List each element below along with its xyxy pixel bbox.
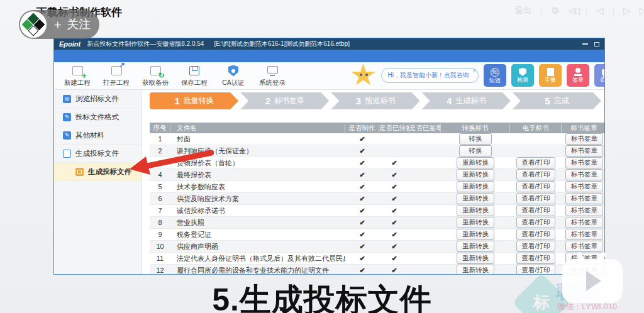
made-check-icon: ✔: [345, 171, 379, 179]
sign-button[interactable]: 标书签章: [565, 205, 603, 216]
col-no: 序号: [150, 124, 170, 133]
browse-doc-icon: [63, 95, 71, 103]
sign-button[interactable]: 标书签章: [565, 241, 603, 252]
restore-icon[interactable]: [594, 42, 599, 47]
seal-icon: [574, 68, 582, 76]
new-project-icon: [72, 66, 83, 75]
convert-button[interactable]: 重新转换: [457, 229, 494, 240]
view-print-button[interactable]: 查看/打印: [516, 205, 556, 216]
made-check-icon: ✔: [345, 135, 379, 143]
consult-icon: [602, 69, 606, 75]
wizard-step[interactable]: 4 生成标书: [422, 92, 511, 109]
close-icon[interactable]: ×: [472, 67, 476, 74]
sign-button[interactable]: 标书签章: [565, 217, 603, 228]
assistant-bubble[interactable]: Hi，我是智能小新！点我咨询 ×: [381, 68, 479, 83]
play-triangle-icon: [586, 271, 601, 291]
quick-button[interactable]: 咨询: [594, 64, 605, 87]
convert-button[interactable]: 重新转换: [457, 253, 494, 264]
quick-button[interactable]: 签章: [567, 64, 589, 87]
converted-check-icon: ✔: [379, 183, 409, 191]
next-icon[interactable]: ▷: [623, 5, 631, 16]
quick-button[interactable]: 检测: [511, 64, 534, 87]
toolbar-button[interactable]: 新建工程: [58, 65, 97, 87]
view-print-button[interactable]: 查看/打印: [516, 217, 556, 228]
rewind-icon[interactable]: ◁◁: [569, 5, 577, 16]
sign-button[interactable]: 标书签章: [565, 157, 603, 168]
toolbar-button[interactable]: 获取备份: [136, 65, 175, 87]
converted-check-icon: ✔: [379, 243, 409, 251]
convert-button[interactable]: 转换: [459, 133, 492, 145]
titlebar: Epoint 新点投标文件制作软件—安徽省版8.2.0.54 [E:\jf\[测…: [54, 38, 604, 50]
table-row: 2 谈判响应函（无保证金） ✔ 转换 标书签章: [150, 145, 605, 157]
quick-button[interactable]: 手册: [539, 64, 562, 87]
view-print-button[interactable]: 查看/打印: [516, 253, 556, 264]
channel-avatar: [20, 11, 47, 38]
convert-button[interactable]: 重新转换: [457, 217, 494, 228]
converted-check-icon: ✔: [379, 159, 409, 167]
converted-check-icon: ✔: [379, 219, 409, 227]
col-ebid: 电子标书: [510, 124, 562, 133]
sidebar-item[interactable]: 投标文件格式: [54, 108, 142, 126]
minimize-icon[interactable]: [582, 43, 588, 45]
sign-button[interactable]: 标书签章: [565, 169, 603, 180]
sign-button[interactable]: 标书签章: [565, 145, 603, 156]
sign-button[interactable]: 标书签章: [565, 133, 603, 145]
get-backup-icon: [150, 66, 161, 75]
follow-button[interactable]: ＋ 关注: [19, 10, 99, 39]
wizard-step[interactable]: 1 批量转换: [150, 92, 238, 109]
made-check-icon: ✔: [345, 207, 379, 215]
quick-button[interactable]: 知道: [484, 64, 506, 87]
assistant-mascot-icon[interactable]: [351, 63, 376, 87]
toolbar-button[interactable]: 打开工程: [97, 65, 136, 87]
toolbar-button[interactable]: CA认证: [214, 65, 253, 87]
table-row: 10 供应商声明函 ✔ ✔ 重新转换 查看/打印 标书签章: [150, 241, 605, 253]
sidebar-item[interactable]: 其他材料: [54, 126, 142, 145]
convert-button[interactable]: 重新转换: [457, 157, 494, 168]
convert-button[interactable]: 转换: [459, 145, 492, 156]
view-print-button[interactable]: 查看/打印: [516, 229, 556, 240]
convert-button[interactable]: 重新转换: [457, 241, 494, 252]
converted-check-icon: ✔: [379, 255, 409, 263]
wizard-step[interactable]: 2 标书签章: [240, 92, 329, 109]
play-button[interactable]: [562, 259, 623, 303]
prev-icon[interactable]: ◁: [596, 5, 604, 16]
convert-button[interactable]: 重新转换: [457, 181, 494, 192]
view-print-button[interactable]: 查看/打印: [516, 265, 556, 275]
open-project-icon: [111, 66, 122, 75]
converted-check-icon: ✔: [379, 195, 409, 203]
content-area: 1 批量转换 2 标书签章 3 预览标书 4 生成标书 5 完成: [142, 90, 604, 274]
view-print-button[interactable]: 查看/打印: [516, 241, 556, 252]
know-icon: [491, 68, 499, 77]
view-print-button[interactable]: 查看/打印: [516, 181, 556, 192]
convert-button[interactable]: 重新转换: [457, 169, 494, 180]
save-project-icon: [189, 66, 199, 75]
sidebar-item[interactable]: 浏览招标文件: [54, 90, 142, 108]
sign-button[interactable]: 标书签章: [565, 181, 603, 192]
toolbar-button[interactable]: 系统登录: [253, 65, 292, 87]
converted-check-icon: ✔: [379, 266, 409, 275]
system-login-icon: [267, 66, 278, 74]
wizard-step[interactable]: 5 完成: [513, 92, 601, 109]
table-row: 4 最终报价表 ✔ ✔ 重新转换 查看/打印 标书签章: [150, 169, 605, 181]
view-print-button[interactable]: 查看/打印: [516, 157, 556, 168]
sign-button[interactable]: 标书签章: [565, 193, 603, 204]
col-convert: 转换标书: [441, 124, 510, 133]
convert-button[interactable]: 重新转换: [457, 205, 494, 216]
next-clipped-icon[interactable]: ▷: [639, 5, 644, 16]
toolbar-button[interactable]: 保存工程: [175, 65, 214, 87]
settings-gear-icon[interactable]: ⚙: [551, 5, 559, 16]
wizard-step[interactable]: 3 预览标书: [331, 92, 419, 109]
view-print-button[interactable]: 查看/打印: [516, 169, 556, 180]
toolbar-right-group: Hi，我是智能小新！点我咨询 × 知道 检测 手册 签章 咨询: [351, 63, 605, 87]
convert-button[interactable]: 重新转换: [457, 193, 494, 204]
convert-button[interactable]: 重新转换: [457, 265, 494, 275]
documents-table: 序号 文件名 是否制作 是否已转换 是否已签章 转换标书 电子标书 标书签章 1…: [150, 123, 605, 275]
sign-button[interactable]: 标书签章: [565, 229, 603, 240]
table-row: 9 税务登记证 ✔ ✔ 重新转换 查看/打印 标书签章: [150, 229, 605, 241]
table-row: 7 诚信投标承诺书 ✔ ✔ 重新转换 查看/打印 标书签章: [150, 205, 605, 217]
exit-button[interactable]: 退出: [515, 5, 531, 16]
view-print-button[interactable]: 查看/打印: [516, 193, 556, 204]
made-check-icon: ✔: [345, 195, 379, 203]
manual-icon: [547, 68, 554, 76]
col-signed: 是否已签章: [409, 124, 441, 133]
